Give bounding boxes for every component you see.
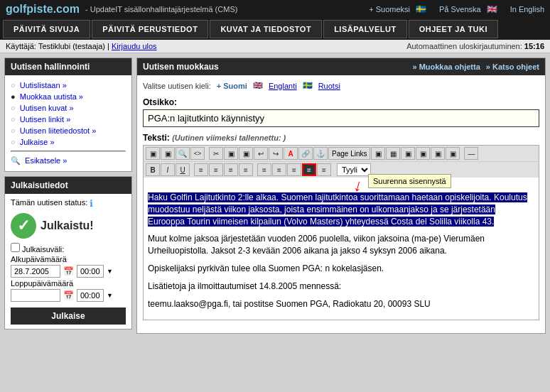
tb-special-btn[interactable]: ▣ — [416, 147, 430, 160]
flag-en-small-icon: 🇬🇧 — [253, 81, 263, 90]
lang-add-fi[interactable]: + Suomi — [217, 82, 247, 90]
sidebar-item-esikatsele[interactable]: 🔍 Esikatsele » — [11, 155, 126, 167]
editor-toolbar-2: B I U ≡ ≡ ≡ ≡ ≡ ≡ ≡ ≡ ≡ Tyyli — [143, 161, 539, 178]
edit-guide-link[interactable]: » Muokkaa ohjetta — [412, 62, 480, 71]
filled-bullet-icon: ● — [11, 92, 16, 101]
editor-toolbar-1: ▣ ▣ 🔍 <> ✂ ▣ ▣ ↩ ↪ A 🔗 ⚓ Page Links ▣ ▦ … — [143, 145, 539, 161]
bullet-icon-4: ○ — [11, 126, 16, 135]
pub-start-label: Alkupäivämäärä — [11, 255, 60, 263]
lang-en-link[interactable]: Englanti — [269, 82, 297, 90]
content-title: Uutisen muokkaus — [143, 62, 219, 72]
tb-font-color-btn[interactable]: A — [284, 147, 298, 160]
tb-paste-btn[interactable]: ▣ — [239, 147, 253, 160]
sidebar-item-linkit[interactable]: ○ Uutisen linkit » — [11, 114, 126, 125]
lang-sv-link[interactable]: På Svenska — [439, 5, 481, 13]
tb-align-right-btn[interactable]: ≡ — [224, 163, 238, 176]
user-prefix: Käyttäjä: — [6, 42, 36, 50]
tb-page-links-btn[interactable]: Page Links — [328, 147, 370, 160]
flag-sv-small-icon: 🇸🇪 — [303, 81, 313, 90]
pub-interval-checkbox[interactable] — [11, 243, 20, 252]
pub-status-label: Tämän uutisen status: ℹ — [11, 198, 126, 209]
pub-start-inputs: 📅 ▼ — [11, 265, 126, 278]
pub-status-display: ✓ Julkaistu! — [11, 213, 126, 239]
management-section: Uutisen hallinnointi ○ Uutislistaan » ● … — [4, 58, 132, 172]
publish-button[interactable]: Julkaise — [11, 307, 126, 325]
sidebar: Uutisen hallinnointi ○ Uutislistaan » ● … — [4, 58, 132, 334]
tb-bold-btn[interactable]: B — [146, 163, 160, 176]
otsikko-input[interactable] — [143, 109, 539, 127]
pub-status-text: Julkaistu! — [41, 219, 94, 232]
lang-selector-row: Valitse uutisen kieli: + Suomi 🇬🇧 Englan… — [143, 81, 539, 90]
logo: golfpiste.com — [6, 3, 80, 16]
tb-link-btn[interactable]: 🔗 — [298, 147, 313, 160]
main-area: Uutisen hallinnointi ○ Uutislistaan » ● … — [0, 53, 550, 338]
tb-italic-btn[interactable]: I — [161, 163, 175, 176]
tb-style-select[interactable]: Tyyli — [337, 163, 371, 176]
tb-anchor-btn[interactable]: ⚓ — [313, 147, 328, 160]
tb-list-btn[interactable]: ≡ — [257, 163, 271, 176]
info-icon: ℹ — [90, 198, 93, 209]
editor-para-5[interactable]: teemu.laakso@pga.fi, tai postitse Suomen… — [148, 298, 534, 310]
pub-start-row: Alkupäivämäärä — [11, 255, 126, 263]
tb-align-left-btn[interactable]: ≡ — [194, 163, 208, 176]
nav-bar: PÄIVITÄ SIVUJA PÄIVITÄ PERUSTIEDOT KUVAT… — [0, 18, 550, 40]
editor-para-2[interactable]: Muut kolme jaksoa järjestetään vuoden 20… — [148, 233, 534, 257]
nav-btn-paivita-sivuja[interactable]: PÄIVITÄ SIVUJA — [3, 20, 90, 38]
tb-redo-btn[interactable]: ↪ — [269, 147, 283, 160]
tb-align-justify-btn[interactable]: ≡ — [239, 163, 253, 176]
editor-para-3[interactable]: Opiskelijaksi pyrkivän tulee olla Suomen… — [148, 263, 534, 275]
calendar-icon[interactable]: 📅 — [63, 266, 74, 276]
content-header: Uutisen muokkaus » Muokkaa ohjetta » Kat… — [137, 58, 545, 75]
tb-new-btn[interactable]: ▣ — [146, 147, 160, 160]
logout-link[interactable]: Kirjaudu ulos — [112, 42, 157, 50]
username: Testiklubi (testaaja) — [38, 42, 105, 50]
tb-outdent-btn[interactable]: ≡ — [287, 163, 301, 176]
tb-indent2-btn[interactable]: ≡ — [317, 163, 331, 176]
tb-open-btn[interactable]: ▣ — [161, 147, 175, 160]
editor-area[interactable]: ↓ Suurenna sisennystä Haku Golfin Lajitu… — [143, 178, 539, 320]
tb-table-btn[interactable]: ▦ — [386, 147, 400, 160]
pub-start-time-input[interactable] — [77, 265, 104, 278]
calendar-icon-2[interactable]: 📅 — [63, 290, 74, 300]
tb-media-btn[interactable]: ▣ — [401, 147, 415, 160]
editor-para-4[interactable]: Lisätietoja ja ilmoittautumiset 14.8.200… — [148, 281, 534, 293]
tb-cut-btn[interactable]: ✂ — [209, 147, 223, 160]
tb-hr-btn[interactable]: — — [464, 147, 478, 160]
pub-interval-label: Julkaisuväli: — [11, 243, 126, 254]
lang-fi-link[interactable]: + Suomeksi — [369, 5, 410, 13]
sidebar-item-uutislistaan[interactable]: ○ Uutislistaan » — [11, 80, 126, 91]
search-icon: 🔍 — [11, 156, 21, 165]
tb-copy-btn[interactable]: ▣ — [224, 147, 238, 160]
pub-end-inputs: 📅 ▼ — [11, 289, 126, 302]
time-arrow-icon-2[interactable]: ▼ — [107, 292, 113, 299]
lang-sv-link[interactable]: Ruotsi — [318, 82, 340, 90]
sidebar-item-muokkaa[interactable]: ● Muokkaa uutista » — [11, 91, 126, 102]
sidebar-item-liitetiedostot[interactable]: ○ Uutisen liitetiedostot » — [11, 125, 126, 136]
sidebar-item-julkaise[interactable]: ○ Julkaise » — [11, 136, 126, 148]
content-body: Valitse uutisen kieli: + Suomi 🇬🇧 Englan… — [137, 75, 545, 326]
tb-print-btn[interactable]: ▣ — [446, 147, 460, 160]
tb-flash-btn[interactable]: ▣ — [431, 147, 445, 160]
tb-underline-btn[interactable]: U — [176, 163, 190, 176]
tb-align-center-btn[interactable]: ≡ — [209, 163, 223, 176]
nav-btn-lisapalvelut[interactable]: LISÄPALVELUT — [323, 20, 406, 38]
pub-end-date-input[interactable] — [11, 289, 60, 302]
tb-img-btn[interactable]: ▣ — [371, 147, 385, 160]
nav-btn-perustiedot[interactable]: PÄIVITÄ PERUSTIEDOT — [92, 20, 208, 38]
pub-start-date-input[interactable] — [11, 265, 60, 278]
tb-indent-btn[interactable]: ≡ — [302, 163, 316, 176]
lang-en-link[interactable]: In English — [510, 5, 544, 13]
sidebar-item-kuvat[interactable]: ○ Uutisen kuvat » — [11, 102, 126, 114]
tb-olist-btn[interactable]: ≡ — [272, 163, 286, 176]
pub-end-time-input[interactable] — [77, 289, 104, 302]
tb-source-btn[interactable]: <> — [190, 147, 205, 160]
time-arrow-icon[interactable]: ▼ — [107, 268, 113, 275]
lang-select-label: Valitse uutisen kieli: — [143, 82, 211, 90]
help-link[interactable]: » Katso ohjeet — [486, 62, 539, 71]
tb-find-btn[interactable]: 🔍 — [176, 147, 190, 160]
editor-para-1[interactable]: Haku Golfin Lajitutkinto 2:lle alkaa. Su… — [148, 192, 534, 227]
logout-timer: 15:16 — [524, 42, 544, 50]
tb-undo-btn[interactable]: ↩ — [254, 147, 268, 160]
nav-btn-ohjeet[interactable]: OHJEET JA TUKI — [409, 20, 498, 38]
nav-btn-kuvat[interactable]: KUVAT JA TIEDOSTOT — [210, 20, 322, 38]
